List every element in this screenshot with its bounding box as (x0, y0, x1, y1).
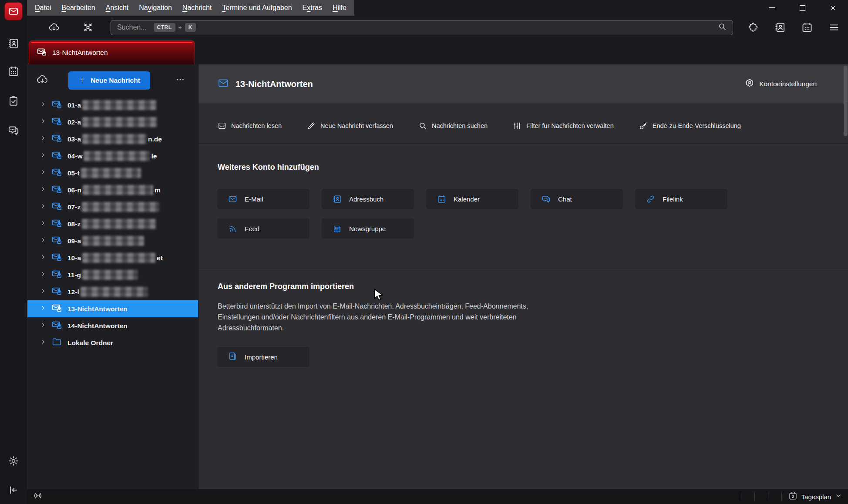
quick-link-ende-zu-ende-verschlüsselung[interactable]: Ende-zu-Ende-Verschlüsselung (639, 121, 741, 130)
expand-chevron[interactable] (40, 152, 46, 160)
address-book-button[interactable] (771, 18, 790, 37)
quick-link-nachrichten-suchen[interactable]: Nachrichten suchen (418, 121, 488, 130)
add-kalender-button[interactable]: Kalender (427, 189, 518, 208)
folder-row-04-w[interactable]: 04-wle (27, 148, 198, 165)
expand-chevron[interactable] (40, 203, 46, 211)
minimize-button[interactable] (757, 0, 787, 16)
expand-chevron[interactable] (40, 254, 46, 262)
account-settings-button[interactable]: Kontoeinstellungen (745, 78, 817, 90)
maximize-button[interactable] (787, 0, 818, 16)
menu-ansicht[interactable]: Ansicht (101, 0, 134, 16)
expand-chevron[interactable] (40, 305, 46, 313)
space-mail-button[interactable] (5, 3, 22, 20)
space-calendar-button[interactable] (8, 66, 20, 79)
day-plan-chevron-slot[interactable] (835, 492, 842, 501)
account-button-label: Kalender (454, 195, 480, 203)
close-icon (829, 4, 837, 12)
expand-chevron[interactable] (40, 339, 46, 347)
quick-link-filter-für-nachrichten-verwalten[interactable]: Filter für Nachrichten verwalten (513, 121, 614, 130)
search-placeholder: Suchen... (117, 24, 147, 31)
folder-row-11-g[interactable]: 11-g (27, 266, 198, 283)
expand-chevron[interactable] (40, 101, 46, 109)
folder-row-14-nichtantworten[interactable]: 14-NichtAntworten (27, 317, 198, 334)
menu-hilfe[interactable]: Hilfe (327, 0, 352, 16)
add-adressbuch-button[interactable]: Adressbuch (322, 189, 414, 208)
collapse-left-icon (8, 485, 19, 496)
close-button[interactable] (818, 0, 848, 16)
mail-lock-icon (52, 201, 62, 211)
folder-row-02-a[interactable]: 02-a (27, 114, 198, 131)
tasks-icon (8, 95, 20, 107)
folder-row-07-z[interactable]: 07-z (27, 198, 198, 215)
tab-label: 13-NichtAntworten (52, 49, 108, 57)
expand-chevron[interactable] (40, 186, 46, 194)
folder-icon-wrap (52, 218, 62, 230)
expand-chevron[interactable] (40, 237, 46, 245)
menu-navigation[interactable]: Navigation (134, 0, 177, 16)
mail-lock-icon (52, 218, 62, 228)
search-icon-slot[interactable] (718, 22, 727, 33)
folder-row-05-t[interactable]: 05-t (27, 165, 198, 181)
folder-row-09-a[interactable]: 09-a (27, 232, 198, 249)
get-messages-slot[interactable] (36, 74, 48, 87)
space-tasks-button[interactable] (8, 95, 20, 109)
redacted-text (82, 100, 156, 110)
add-filelink-button[interactable]: Filelink (636, 189, 727, 208)
read-mail-icon (218, 121, 226, 130)
addons-button[interactable] (744, 18, 763, 37)
space-settings-button[interactable] (8, 456, 19, 468)
calendar-icon (801, 22, 813, 33)
get-messages-button[interactable] (44, 18, 64, 37)
folder-row-12-l[interactable]: 12-l (27, 283, 198, 300)
new-message-button[interactable]: Neue Nachricht (68, 71, 150, 90)
folder-row-08-z[interactable]: 08-z (27, 215, 198, 232)
menu-extras[interactable]: Extras (297, 0, 327, 16)
folder-row-13-nichtantworten[interactable]: 13-NichtAntworten (27, 300, 198, 317)
folder-icon-wrap (52, 116, 62, 128)
folder-row-03-a[interactable]: 03-an.de (27, 131, 198, 148)
mail-badge-icon (8, 6, 19, 17)
folder-row-lokale-ordner[interactable]: Lokale Ordner (27, 334, 198, 351)
rss-icon (228, 224, 237, 233)
space-collapse-button[interactable] (8, 485, 19, 497)
add-chat-button[interactable]: Chat (531, 189, 623, 208)
folder-label: Lokale Ordner (67, 339, 113, 347)
add-account-section: Weiteres Konto hinzufügen E-MailAdressbu… (199, 163, 848, 238)
chevron-right-icon (40, 339, 46, 345)
search-input[interactable]: Suchen... CTRL + K (111, 20, 733, 35)
folder-row-06-n[interactable]: 06-nm (27, 181, 198, 198)
quick-link-nachrichten-lesen[interactable]: Nachrichten lesen (218, 121, 282, 130)
folder-row-01-a[interactable]: 01-a (27, 97, 198, 114)
space-chat-button[interactable] (8, 125, 20, 138)
space-address-book-button[interactable] (8, 38, 20, 51)
expand-chevron[interactable] (40, 118, 46, 126)
menu-nachricht[interactable]: Nachricht (177, 0, 217, 16)
calendar-button[interactable] (798, 18, 817, 37)
compact-view-button[interactable] (78, 18, 98, 37)
add-feed-button[interactable]: Feed (218, 219, 309, 238)
menu-termine-und-aufgaben[interactable]: Termine und Aufgaben (217, 0, 297, 16)
import-button[interactable]: Importieren (218, 347, 309, 366)
expand-chevron[interactable] (40, 135, 46, 143)
quick-link-neue-nachricht-verfassen[interactable]: Neue Nachricht verfassen (307, 121, 393, 130)
add-newsgruppe-button[interactable]: Newsgruppe (322, 219, 414, 238)
folder-pane-options-slot[interactable] (175, 75, 185, 86)
expand-chevron[interactable] (40, 169, 46, 177)
expand-chevron[interactable] (40, 271, 46, 279)
network-status-slot[interactable] (33, 491, 43, 502)
menu-bearbeiten[interactable]: Bearbeiten (56, 0, 100, 16)
calendar-day-icon: 2 (788, 491, 798, 501)
add-e-mail-button[interactable]: E-Mail (218, 189, 309, 208)
folder-row-10-a[interactable]: 10-aet (27, 249, 198, 266)
menu-datei[interactable]: Datei (30, 0, 56, 16)
folder-list: 01-a02-a03-an.de04-wle05-t06-nm07-z08-z0… (27, 97, 198, 351)
expand-chevron[interactable] (40, 220, 46, 228)
folder-label: 06-nm (67, 185, 161, 195)
cloud-download-icon (48, 22, 60, 33)
expand-chevron[interactable] (40, 288, 46, 296)
expand-chevron[interactable] (40, 322, 46, 330)
vertical-scrollbar[interactable] (844, 66, 848, 136)
tab-13-nichtantworten[interactable]: 13-NichtAntworten (29, 40, 195, 64)
app-menu-button[interactable] (824, 18, 844, 37)
folder-label: 10-aet (67, 253, 163, 263)
